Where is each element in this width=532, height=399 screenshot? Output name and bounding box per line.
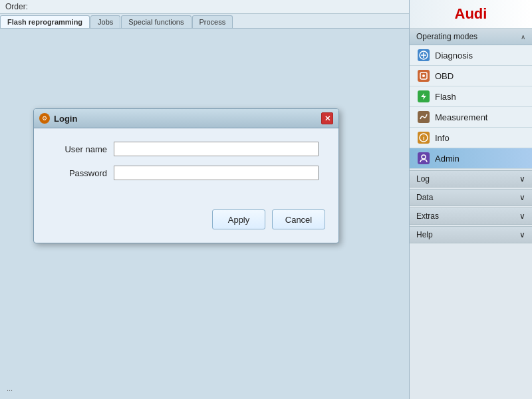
username-label: User name [54,144,114,154]
sidebar-item-admin-label: Admin [435,154,460,164]
svg-point-8 [422,155,426,159]
tab-jobs[interactable]: Jobs [90,15,120,28]
sidebar-item-measurement[interactable]: Measurement [410,107,532,128]
sidebar-item-flash[interactable]: Flash [410,86,532,107]
svg-marker-5 [421,93,426,100]
help-arrow: ∨ [519,230,525,239]
login-dialog: ⚙ Login ✕ User name Password [33,108,339,243]
tab-special-functions[interactable]: Special functions [121,15,191,28]
sidebar-item-obd-label: OBD [435,71,454,81]
operating-modes-arrow: ∧ [521,33,525,41]
tab-process[interactable]: Process [192,15,233,28]
sidebar-item-admin[interactable]: Admin [410,148,532,169]
dialog-buttons: Apply Cancel [34,203,338,243]
help-label: Help [416,230,433,239]
svg-point-4 [422,74,425,77]
sidebar: Audi Operating modes ∧ Diagnosis OBD Fla… [409,0,532,399]
apply-button[interactable]: Apply [212,209,265,229]
order-label: Order: [5,2,28,11]
extras-label: Extras [416,211,439,221]
dialog-titlebar: ⚙ Login ✕ [34,109,338,128]
dialog-icon: ⚙ [39,113,50,124]
data-arrow: ∨ [519,193,525,202]
username-input[interactable] [114,142,319,156]
log-label: Log [416,174,430,184]
sidebar-item-info[interactable]: i Info [410,128,532,148]
password-row: Password [54,166,319,180]
operating-modes-header[interactable]: Operating modes ∧ [410,29,532,45]
content-area: ⚙ Login ✕ User name Password [0,29,409,399]
password-input[interactable] [114,166,319,180]
measurement-icon [418,111,430,123]
sidebar-item-measurement-label: Measurement [435,112,487,122]
dialog-title-left: ⚙ Login [39,113,77,124]
bottom-text: ... [7,384,13,392]
log-arrow: ∨ [519,174,525,184]
svg-text:i: i [423,135,425,142]
sidebar-item-info-label: Info [435,133,450,143]
username-row: User name [54,142,319,156]
sidebar-item-obd[interactable]: OBD [410,66,532,86]
password-label: Password [54,168,114,178]
sidebar-data[interactable]: Data ∨ [410,189,532,206]
obd-icon [418,70,430,82]
sidebar-item-flash-label: Flash [435,92,456,102]
main-area: Order: Flash reprogramming Jobs Special … [0,0,409,399]
cancel-button[interactable]: Cancel [272,209,325,229]
operating-modes-label: Operating modes [416,32,477,41]
sidebar-log[interactable]: Log ∨ [410,170,532,188]
flash-icon [418,90,430,102]
sidebar-item-diagnosis[interactable]: Diagnosis [410,45,532,66]
sidebar-item-diagnosis-label: Diagnosis [435,51,473,61]
dialog-close-button[interactable]: ✕ [321,112,333,124]
diagnosis-icon [418,49,430,61]
extras-arrow: ∨ [519,211,525,221]
dialog-body: User name Password [34,128,338,203]
order-bar: Order: [0,0,409,14]
brand-title: Audi [410,0,532,29]
tab-bar: Flash reprogramming Jobs Special functio… [0,14,409,29]
data-label: Data [416,193,433,202]
info-icon: i [418,132,430,144]
tab-flash-reprogramming[interactable]: Flash reprogramming [0,15,90,28]
admin-icon [418,152,430,164]
sidebar-help[interactable]: Help ∨ [410,226,532,243]
sidebar-extras[interactable]: Extras ∨ [410,207,532,225]
dialog-title-text: Login [54,114,77,124]
